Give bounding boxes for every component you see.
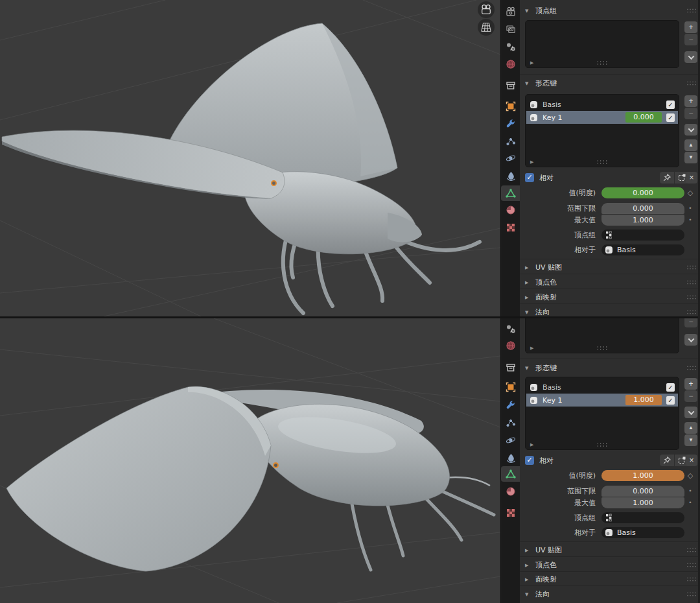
tab-collection-properties[interactable]	[501, 360, 520, 375]
decorator-dot[interactable]: •	[683, 497, 697, 508]
relative-checkbox[interactable]: ✓	[525, 456, 534, 465]
panel-drag-grip[interactable]	[686, 294, 696, 300]
add-vertex-group-button[interactable]: +	[684, 21, 697, 33]
vertex-group-select[interactable]	[601, 230, 684, 241]
tab-world-properties[interactable]	[501, 56, 520, 72]
range-max-field[interactable]: 1.000	[601, 215, 684, 226]
tab-world-properties[interactable]	[501, 338, 520, 353]
vertex-groups-list[interactable]: ▶	[525, 20, 679, 68]
range-min-field[interactable]: 0.000	[601, 203, 684, 214]
tab-texture-properties[interactable]	[501, 220, 520, 235]
uv-maps-panel-header[interactable]: ▶ UV 贴图	[525, 545, 687, 556]
tab-render-properties[interactable]	[501, 4, 520, 19]
vertex-groups-list[interactable]: ▶	[525, 318, 679, 353]
panel-drag-grip[interactable]	[686, 591, 696, 597]
vertex-group-select[interactable]	[601, 512, 684, 523]
tab-physics-properties[interactable]	[501, 150, 520, 166]
shape-key-mute-checkbox[interactable]: ✓	[666, 396, 675, 405]
area-splitter[interactable]	[0, 316, 700, 318]
relative-to-select[interactable]: Basis	[601, 244, 684, 255]
list-resize-grip[interactable]	[596, 60, 608, 65]
tab-modifier-properties[interactable]	[501, 116, 520, 132]
moth-model-wings-up[interactable]	[2, 23, 480, 313]
shape-key-mute-checkbox[interactable]: ✓	[666, 383, 675, 392]
keyframe-decorator[interactable]: ◇	[683, 470, 697, 481]
value-slider[interactable]: 0.000	[601, 187, 684, 198]
list-resize-grip[interactable]	[596, 442, 608, 447]
decorator-dot[interactable]: •	[683, 215, 697, 226]
viewport-3d-bottom[interactable]	[0, 318, 500, 603]
keyframe-decorator[interactable]: ◇	[683, 187, 697, 198]
shape-key-row-basis[interactable]: Basis ✓	[526, 381, 678, 394]
tab-material-properties[interactable]	[501, 484, 520, 499]
panel-drag-grip[interactable]	[686, 365, 696, 371]
panel-drag-grip[interactable]	[686, 80, 696, 86]
remove-shape-key-button[interactable]: −	[684, 390, 697, 402]
shape-key-mute-checkbox[interactable]: ✓	[666, 100, 675, 109]
move-shape-key-up-button[interactable]: ▲	[684, 139, 697, 151]
range-max-field[interactable]: 1.000	[601, 497, 684, 508]
object-origin-marker[interactable]	[271, 180, 277, 186]
list-filter-toggle[interactable]: ▶	[530, 160, 533, 165]
panel-drag-grip[interactable]	[686, 8, 696, 14]
grid-ortho-gizmo[interactable]	[478, 19, 495, 36]
shape-key-row-key1[interactable]: Key 1 1.000 ✓	[526, 394, 678, 407]
tab-constraint-properties[interactable]	[501, 450, 520, 466]
remove-vertex-group-button[interactable]: −	[684, 34, 697, 45]
list-filter-toggle[interactable]: ▶	[530, 442, 533, 447]
tab-object-properties[interactable]	[501, 379, 520, 395]
relative-to-select[interactable]: Basis	[601, 527, 684, 538]
range-min-field[interactable]: 0.000	[601, 486, 684, 497]
tab-particle-properties[interactable]	[501, 134, 520, 149]
move-shape-key-down-button[interactable]: ▼	[684, 152, 697, 163]
tab-particle-properties[interactable]	[501, 415, 520, 431]
move-shape-key-up-button[interactable]: ▲	[684, 422, 697, 434]
tab-modifier-properties[interactable]	[501, 397, 520, 413]
normals-panel-header[interactable]: ▼ 法向	[525, 589, 687, 600]
list-resize-grip[interactable]	[596, 160, 608, 164]
tab-collection-properties[interactable]	[501, 78, 520, 93]
add-shape-key-button[interactable]: +	[684, 378, 697, 390]
tab-physics-properties[interactable]	[501, 432, 520, 448]
panel-drag-grip[interactable]	[686, 562, 696, 568]
shape-key-specials-button[interactable]	[684, 124, 697, 136]
vertex-colors-panel-header[interactable]: ▶ 顶点色	[525, 277, 687, 288]
tab-constraint-properties[interactable]	[501, 168, 520, 183]
remove-shape-key-button[interactable]: −	[684, 108, 697, 119]
panel-drag-grip[interactable]	[686, 576, 696, 582]
face-maps-panel-header[interactable]: ▶ 面映射	[525, 574, 687, 585]
uv-maps-panel-header[interactable]: ▶ UV 贴图	[525, 262, 687, 273]
clear-shape-keys-button[interactable]: ×	[686, 172, 697, 183]
panel-drag-grip[interactable]	[686, 547, 696, 553]
shape-key-value-chip[interactable]: 1.000	[625, 395, 662, 405]
tab-object-properties[interactable]	[501, 99, 520, 114]
move-shape-key-down-button[interactable]: ▼	[684, 434, 697, 446]
clear-shape-keys-button[interactable]: ×	[686, 455, 697, 466]
tab-scene-properties[interactable]	[501, 321, 520, 337]
panel-drag-grip[interactable]	[686, 309, 696, 315]
shape-key-mute-checkbox[interactable]: ✓	[666, 113, 675, 122]
vertex-group-specials-button[interactable]	[684, 51, 697, 63]
camera-view-gizmo[interactable]	[478, 1, 495, 18]
decorator-dot[interactable]: •	[683, 203, 697, 214]
normals-panel-header[interactable]: ▼ 法向	[525, 307, 687, 316]
list-resize-grip[interactable]	[596, 346, 608, 350]
decorator-dot[interactable]: •	[683, 486, 697, 497]
remove-vertex-group-button[interactable]: −	[684, 318, 697, 327]
panel-drag-grip[interactable]	[686, 279, 696, 285]
moth-model-wings-down[interactable]	[6, 386, 494, 571]
viewport-3d-top[interactable]	[0, 0, 500, 316]
list-filter-toggle[interactable]: ▶	[530, 60, 533, 65]
relative-checkbox[interactable]: ✓	[525, 173, 534, 182]
add-shape-key-button[interactable]: +	[684, 95, 697, 107]
shape-keys-panel-header[interactable]: ▼ 形态键	[525, 78, 687, 89]
shape-key-specials-button[interactable]	[684, 407, 697, 418]
face-maps-panel-header[interactable]: ▶ 面映射	[525, 292, 687, 303]
tab-view-layer-properties[interactable]	[501, 21, 520, 37]
list-filter-toggle[interactable]: ▶	[530, 346, 533, 351]
vertex-groups-panel-header[interactable]: ▼ 顶点组	[525, 5, 687, 16]
tab-scene-properties[interactable]	[501, 39, 520, 54]
pin-toggle[interactable]	[660, 172, 674, 183]
vertex-group-specials-button[interactable]	[684, 334, 697, 346]
panel-drag-grip[interactable]	[686, 265, 696, 270]
